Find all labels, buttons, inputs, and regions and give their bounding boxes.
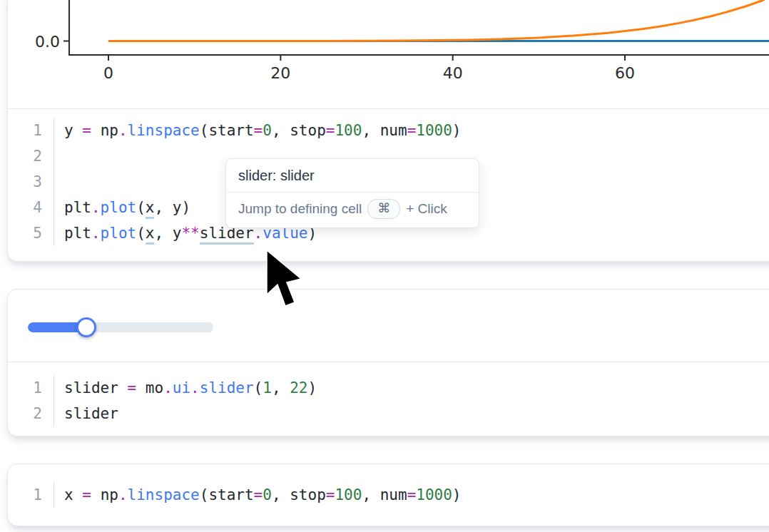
code-token: y bbox=[173, 225, 182, 242]
code-line[interactable]: 2slider bbox=[8, 401, 769, 426]
svg-text:0.0: 0.0 bbox=[35, 33, 60, 51]
code-token bbox=[73, 486, 83, 503]
code-token: 0 bbox=[263, 486, 272, 503]
code-token: plt bbox=[64, 225, 91, 242]
line-number: 1 bbox=[8, 482, 54, 508]
code-token: 22 bbox=[290, 379, 307, 397]
code-token: np bbox=[101, 486, 118, 503]
code-text bbox=[54, 169, 64, 195]
cell-x: 1x = np.linspace(start=0, stop=100, num=… bbox=[7, 464, 769, 526]
svg-text:60: 60 bbox=[615, 64, 635, 82]
code-token: stop bbox=[290, 122, 326, 139]
code-token: 0 bbox=[263, 122, 272, 139]
code-token: , bbox=[362, 122, 380, 139]
code-token: , bbox=[272, 122, 290, 139]
code-token: . bbox=[91, 225, 101, 242]
code-text: slider = mo.ui.slider(1, 22) bbox=[54, 375, 317, 401]
code-line[interactable]: 1y = np.linspace(start=0, stop=100, num=… bbox=[8, 118, 769, 143]
code-token: ( bbox=[136, 225, 146, 242]
code-token: slider bbox=[64, 405, 118, 422]
code-token bbox=[91, 486, 101, 503]
code-token: . bbox=[118, 122, 128, 139]
code-token: 1000 bbox=[416, 486, 452, 503]
code-token bbox=[91, 122, 101, 139]
code-token: stop bbox=[290, 486, 326, 503]
code-token: linspace bbox=[128, 486, 200, 503]
code-token: ) bbox=[181, 199, 190, 216]
code-token bbox=[136, 379, 146, 397]
code-token: y bbox=[173, 199, 182, 216]
code-token: = bbox=[254, 486, 263, 503]
code-text: slider bbox=[54, 401, 118, 426]
code-text bbox=[54, 143, 64, 169]
line-number: 1 bbox=[8, 375, 54, 401]
code-token: slider bbox=[200, 379, 254, 397]
line-number: 2 bbox=[8, 143, 54, 169]
code-token: y bbox=[64, 122, 73, 139]
code-token: , bbox=[154, 199, 172, 216]
code-token bbox=[118, 379, 128, 397]
code-token: mo bbox=[146, 379, 163, 397]
code-token: plot bbox=[101, 225, 137, 242]
notebook-page: 02040600.0 1y = np.linspace(start=0, sto… bbox=[0, 0, 769, 532]
code-token: slider bbox=[64, 379, 118, 397]
code-token: , bbox=[272, 379, 290, 397]
code-editor-x[interactable]: 1x = np.linspace(start=0, stop=100, num=… bbox=[8, 464, 769, 526]
code-token: = bbox=[407, 122, 417, 139]
slider-handle[interactable] bbox=[76, 317, 96, 337]
code-token: x bbox=[64, 486, 73, 503]
slider-track[interactable] bbox=[28, 322, 213, 332]
code-token: , bbox=[154, 225, 172, 242]
code-token: plot bbox=[101, 199, 137, 216]
code-line[interactable]: 1slider = mo.ui.slider(1, 22) bbox=[8, 375, 769, 401]
code-token: , bbox=[272, 486, 290, 503]
tooltip-click-label: + Click bbox=[406, 201, 447, 217]
matplotlib-chart: 02040600.0 bbox=[8, 0, 769, 108]
code-token: ( bbox=[200, 486, 209, 503]
variable-tooltip: slider: slider Jump to defining cell ⌘ +… bbox=[225, 158, 479, 228]
code-token: . bbox=[91, 199, 101, 216]
code-token: x bbox=[146, 199, 155, 219]
command-key-icon: ⌘ bbox=[367, 199, 400, 219]
tooltip-footer[interactable]: Jump to defining cell ⌘ + Click bbox=[226, 193, 479, 227]
code-token: ) bbox=[452, 122, 462, 139]
code-token: x bbox=[146, 225, 155, 245]
tooltip-action-label: Jump to defining cell bbox=[238, 201, 362, 217]
slider-output bbox=[8, 290, 769, 362]
code-text: x = np.linspace(start=0, stop=100, num=1… bbox=[54, 482, 462, 508]
code-token: = bbox=[407, 486, 417, 503]
code-token: ui bbox=[173, 379, 190, 397]
code-token: plt bbox=[64, 199, 91, 216]
code-token: 100 bbox=[335, 122, 362, 139]
code-token: ( bbox=[200, 122, 209, 139]
cell-slider: 1slider = mo.ui.slider(1, 22)2slider bbox=[7, 289, 769, 436]
line-number: 1 bbox=[8, 118, 54, 143]
plot-output: 02040600.0 bbox=[8, 0, 769, 109]
code-token: 1 bbox=[263, 379, 272, 397]
code-token: num bbox=[380, 122, 407, 139]
code-token: num bbox=[380, 486, 407, 503]
code-token: ) bbox=[452, 486, 462, 503]
code-token: = bbox=[82, 486, 91, 503]
code-token: start bbox=[208, 122, 253, 139]
code-token: = bbox=[254, 122, 263, 139]
code-text: plt.plot(x, y) bbox=[54, 195, 190, 220]
code-token: ) bbox=[308, 379, 317, 397]
svg-text:40: 40 bbox=[443, 64, 463, 82]
svg-text:20: 20 bbox=[270, 64, 290, 82]
code-token: = bbox=[326, 486, 335, 503]
code-token: start bbox=[208, 486, 253, 503]
code-token: . bbox=[190, 379, 200, 397]
code-token: ( bbox=[254, 379, 263, 397]
code-token: linspace bbox=[128, 122, 200, 139]
line-number: 3 bbox=[8, 169, 54, 195]
slider-widget[interactable] bbox=[28, 317, 213, 337]
code-editor-slider[interactable]: 1slider = mo.ui.slider(1, 22)2slider bbox=[8, 362, 769, 435]
code-token: = bbox=[82, 122, 91, 139]
code-line[interactable]: 1x = np.linspace(start=0, stop=100, num=… bbox=[8, 482, 769, 508]
code-token: np bbox=[101, 122, 118, 139]
line-number: 5 bbox=[8, 220, 54, 246]
code-text: y = np.linspace(start=0, stop=100, num=1… bbox=[54, 118, 462, 143]
tooltip-title: slider: slider bbox=[226, 159, 479, 192]
code-token bbox=[73, 122, 83, 139]
